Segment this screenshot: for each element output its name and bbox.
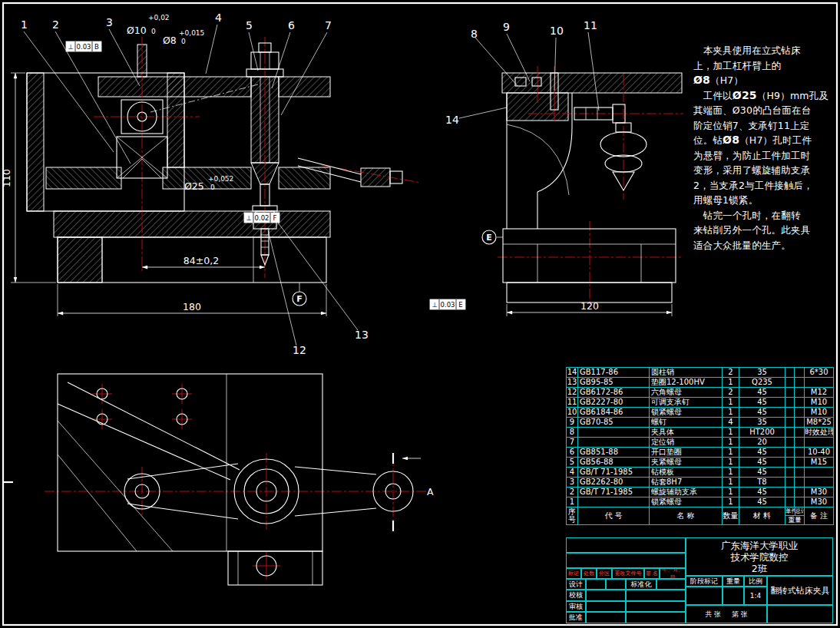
bom-cell: 3 bbox=[567, 478, 578, 488]
dim-dia8-lower: 0 bbox=[181, 38, 186, 45]
bom-cell: 4 bbox=[567, 468, 578, 478]
bom-cell: 夹具体 bbox=[650, 428, 723, 438]
bom-cell: 1 bbox=[723, 478, 739, 488]
titleblock-cell bbox=[606, 579, 626, 590]
bom-cell bbox=[785, 458, 795, 468]
front-view: F 110 84±0,2 180 Ø10 +0,02 0 Ø8 +0,015 0… bbox=[1, 12, 421, 356]
bom-cell bbox=[805, 478, 834, 488]
sheet-total: 共 张 bbox=[705, 610, 721, 620]
approve-label: 批准 bbox=[566, 612, 586, 623]
bom-cell bbox=[795, 418, 805, 428]
bom-cell: 圆柱销 bbox=[650, 368, 723, 378]
bom-cell: 9 bbox=[567, 418, 578, 428]
dim-84: 84±0,2 bbox=[184, 255, 219, 266]
bom-header-code: 代 号 bbox=[578, 507, 650, 525]
titleblock-cell bbox=[566, 553, 686, 568]
bom-cell bbox=[785, 478, 795, 488]
bom-row: 2GB/T 71-1985螺旋辅助支承145M30 bbox=[567, 488, 834, 497]
titleblock-cell bbox=[686, 587, 723, 605]
bom-cell: M10 bbox=[805, 398, 834, 408]
bom-cell: GB2227-80 bbox=[578, 398, 650, 408]
titleblock-cell bbox=[767, 605, 833, 623]
dim-dia10: Ø10 bbox=[127, 25, 147, 36]
note-line: 2，当支承2与工件接触后， bbox=[693, 178, 836, 193]
bom-row: 9GB70-85螺钉435M8*25 bbox=[567, 418, 834, 428]
bom-cell bbox=[578, 428, 650, 438]
bom-cell: 10-40 bbox=[805, 448, 834, 458]
bom-cell bbox=[795, 458, 805, 468]
bom-cell: 45 bbox=[739, 458, 785, 468]
school-line: 广东海洋大学职业 bbox=[721, 540, 798, 551]
bom-cell: 时效处理 bbox=[805, 428, 834, 438]
section-a-label: A bbox=[427, 486, 434, 497]
bom-cell: GB/T 71-1985 bbox=[578, 468, 650, 478]
bom-cell: M8*25 bbox=[805, 418, 834, 428]
sheet-count: 共 张 第 张 bbox=[686, 605, 767, 623]
note-segment: 工件以 bbox=[693, 90, 733, 101]
dim-dia25-lower: 0 bbox=[210, 183, 215, 191]
bom-cell: 45 bbox=[739, 398, 785, 408]
bom-cell: GB70-85 bbox=[578, 418, 650, 428]
bom-cell bbox=[795, 378, 805, 388]
bom-cell: 45 bbox=[739, 497, 785, 507]
bom-cell: M12 bbox=[805, 388, 834, 398]
tol3-value: 0.03 bbox=[441, 301, 455, 309]
bom-header-mat: 材 料 bbox=[739, 507, 785, 525]
callout-12: 12 bbox=[293, 344, 306, 356]
bom-cell bbox=[795, 368, 805, 378]
titleblock-cell bbox=[586, 601, 626, 612]
bom-row: 10GB6184-86锁紧螺母145M10 bbox=[567, 408, 834, 418]
bom-header-unit: 单件 bbox=[785, 507, 795, 515]
datum-f-label: F bbox=[296, 294, 303, 304]
note-line: 本夹具使用在立式钻床 bbox=[693, 43, 836, 58]
bom-row: 4GB/T 71-1985钻模板145 bbox=[567, 468, 834, 478]
bom-header-row: 序号 代 号 名 称 数量 材 料 单件总计 重量 备 注 bbox=[567, 507, 834, 525]
note-dia8: Ø8 bbox=[693, 74, 710, 86]
tolerance-frame-1: ⊥ 0.03 B bbox=[66, 41, 101, 51]
bom-row: 5GB56-88夹紧螺母145M15 bbox=[567, 458, 834, 468]
bom-cell: 六角螺母 bbox=[650, 388, 723, 398]
dim-180: 180 bbox=[183, 301, 201, 312]
note-segment: （H7） bbox=[710, 74, 743, 86]
dim-dia8-upper: +0,015 bbox=[179, 29, 204, 37]
bom-cell: 1 bbox=[723, 438, 739, 448]
stage-label: 阶段标记 bbox=[686, 576, 723, 587]
bom-cell: GB2262-80 bbox=[578, 478, 650, 488]
bom-cell: 垫圈12-100HV bbox=[650, 378, 723, 388]
note-segment: 位。钻 bbox=[693, 134, 723, 146]
bom-cell bbox=[805, 378, 834, 388]
callout-13: 13 bbox=[355, 329, 369, 341]
bom-cell: 钻模板 bbox=[650, 468, 723, 478]
top-view: A bbox=[45, 374, 434, 585]
bom-cell: 1 bbox=[723, 458, 739, 468]
review-label: 审核 bbox=[566, 601, 586, 612]
dim-dia10-lower: 0 bbox=[151, 28, 156, 35]
side-view: E ⊥ 0.03 E 120 8 9 10 11 14 bbox=[430, 19, 683, 316]
rev-label: 年、月、日 bbox=[660, 568, 686, 579]
bom-cell bbox=[785, 408, 795, 418]
scale-value: 1:4 bbox=[744, 587, 767, 605]
bom-cell: 45 bbox=[739, 488, 785, 497]
bom-cell: M10 bbox=[805, 408, 834, 418]
dim-dia25-upper: +0,052 bbox=[208, 175, 233, 183]
note-line: 工件以Ø25（H9）mm孔及 bbox=[693, 88, 836, 104]
bom-cell bbox=[795, 448, 805, 458]
bom-header-total: 总计 bbox=[795, 507, 805, 515]
bom-cell bbox=[795, 468, 805, 478]
bom-cell: 可调支承钉 bbox=[650, 398, 723, 408]
drawing-sheet: F 110 84±0,2 180 Ø10 +0,02 0 Ø8 +0,015 0… bbox=[0, 0, 840, 628]
scale-label: 比例 bbox=[744, 576, 767, 587]
bom-cell: M30 bbox=[805, 488, 834, 497]
bom-cell: 45 bbox=[739, 388, 785, 398]
bom-cell: 锁紧螺母 bbox=[650, 497, 723, 507]
dim-dia10-upper: +0,02 bbox=[148, 14, 170, 21]
bom-cell: 1 bbox=[723, 398, 739, 408]
callout-5: 5 bbox=[246, 19, 253, 31]
bom-cell: 6 bbox=[567, 448, 578, 458]
tol1-symbol: ⊥ bbox=[68, 43, 73, 51]
bom-cell bbox=[795, 408, 805, 418]
callout-1: 1 bbox=[21, 18, 28, 31]
titleblock-cell bbox=[566, 537, 686, 553]
bom-cell: 7 bbox=[567, 438, 578, 448]
bom-cell bbox=[795, 438, 805, 448]
